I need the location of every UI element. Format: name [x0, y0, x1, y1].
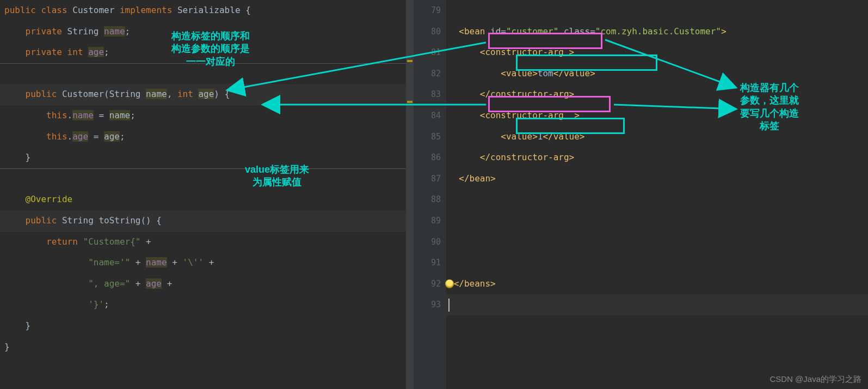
eq: = — [88, 131, 104, 142]
text-1: 1 — [538, 131, 543, 142]
line-number: 83 — [414, 84, 441, 105]
kw-class: class — [41, 5, 67, 15]
warning-marker[interactable] — [407, 101, 413, 103]
line-number: 89 — [414, 210, 441, 232]
tag-open: </ — [454, 278, 464, 289]
brace: { — [245, 5, 251, 15]
tag-constructor-arg: constructor-arg — [490, 152, 569, 162]
tag-open: < — [501, 131, 506, 142]
attrval-class: "com.zyh.basic.Customer" — [595, 26, 721, 37]
assign-val: age — [104, 131, 120, 142]
tag-open: < — [459, 26, 464, 37]
tag-beans: beans — [464, 278, 490, 289]
tag-close: > — [590, 68, 595, 78]
sp — [564, 47, 569, 57]
tag-open: </ — [480, 152, 490, 162]
attr-id: id — [490, 26, 501, 37]
tag-constructor-arg: constructor-arg — [490, 89, 569, 99]
tag-close: > — [532, 68, 538, 78]
line-number: 90 — [414, 232, 441, 253]
plus: + — [162, 278, 172, 289]
kw-public: public — [4, 5, 36, 15]
xml-code-area[interactable]: <bean id="customer" class="com.zyh.basic… — [446, 0, 868, 389]
method-name: toString — [99, 215, 140, 226]
tag-constructor-arg: constructor-arg — [485, 110, 564, 120]
str: "name='" — [88, 257, 130, 268]
kw-implements: implements — [120, 5, 172, 15]
tag-close: > — [721, 26, 727, 37]
str: '}' — [88, 299, 104, 309]
line-number: 93 — [414, 294, 441, 315]
tag-value: value — [506, 68, 532, 78]
tag-close: > — [532, 131, 538, 142]
semi: ; — [130, 110, 136, 120]
tag-value: value — [506, 131, 532, 142]
intention-bulb-icon[interactable] — [445, 279, 454, 288]
tag-open: < — [501, 68, 506, 78]
eq: = — [94, 110, 109, 120]
java-editor-pane[interactable]: public class Customer implements Seriali… — [0, 0, 414, 389]
str: "Customer{" — [83, 236, 141, 247]
scrollbar[interactable] — [406, 0, 414, 389]
field-age: age — [88, 47, 104, 57]
p1-type: String — [109, 89, 141, 99]
semi: ; — [125, 26, 131, 37]
sp — [564, 110, 574, 120]
tag-value: value — [553, 131, 580, 142]
kw-private: private — [26, 26, 62, 37]
kw-return: return — [46, 236, 78, 247]
dot: . — [67, 110, 73, 120]
line-number: 80 — [414, 21, 441, 42]
line-number: 86 — [414, 147, 441, 168]
brace: } — [26, 152, 31, 162]
watermark: CSDN @Java的学习之路 — [769, 374, 861, 385]
method-tail: () { — [140, 215, 162, 226]
xml-editor-pane[interactable]: 79 80 81 82 83 84 85 86 87 88 89 90 91 9… — [414, 0, 868, 389]
line-number: 82 — [414, 63, 441, 84]
semi: ; — [120, 131, 125, 142]
line-number: 88 — [414, 189, 441, 210]
dot: . — [67, 131, 73, 142]
line-number: 87 — [414, 168, 441, 190]
warning-marker[interactable] — [407, 60, 413, 62]
tag-bean: bean — [470, 173, 491, 184]
kw-public: public — [26, 215, 57, 226]
plus: + — [204, 257, 214, 268]
ctor-tail: ) { — [214, 89, 230, 99]
attr-class: class — [564, 26, 590, 37]
annotation-override: @Override — [26, 194, 73, 204]
tag-open: </ — [480, 89, 490, 99]
semi: ; — [104, 47, 109, 57]
field-name: name — [104, 26, 125, 37]
assign-field: age — [72, 131, 88, 142]
type-string: String — [67, 26, 99, 37]
tag-close: > — [569, 47, 575, 57]
tag-close: > — [569, 89, 575, 99]
tag-constructor-arg: constructor-arg — [485, 47, 564, 57]
line-number: 92 — [414, 273, 441, 295]
tag-open: </ — [543, 131, 553, 142]
str: '\'' — [183, 257, 204, 268]
kw-this: this — [46, 110, 67, 120]
p2-name: age — [198, 89, 214, 99]
brace: } — [26, 320, 31, 331]
text-caret — [448, 299, 450, 312]
semi: ; — [104, 299, 109, 309]
line-number: 81 — [414, 42, 441, 63]
p1-name: name — [146, 89, 167, 99]
tag-open: </ — [553, 68, 564, 78]
p2-type: int — [177, 89, 193, 99]
line-number: 79 — [414, 0, 441, 21]
plus: + — [130, 278, 146, 289]
line-number: 91 — [414, 252, 441, 273]
line-number: 84 — [414, 105, 441, 126]
line-number: 85 — [414, 126, 441, 148]
ref-name: name — [146, 257, 167, 268]
tag-value: value — [564, 68, 590, 78]
tag-close: > — [580, 131, 585, 142]
ref-age: age — [146, 278, 162, 289]
type-int: int — [67, 47, 83, 57]
editor-split: public class Customer implements Seriali… — [0, 0, 868, 389]
tag-open: </ — [459, 173, 469, 184]
attrval-id: "customer" — [506, 26, 558, 37]
